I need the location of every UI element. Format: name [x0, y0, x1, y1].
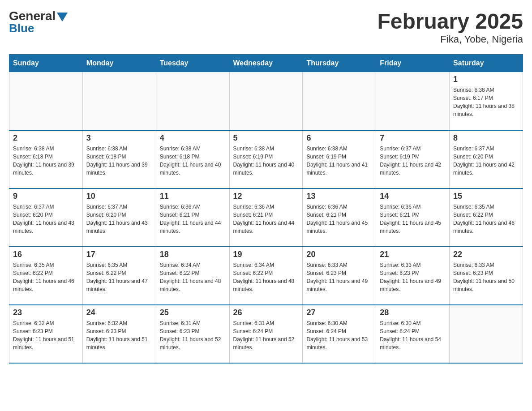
header-thursday: Thursday: [303, 55, 376, 72]
day-number: 10: [86, 192, 152, 201]
day-info: Sunrise: 6:32 AMSunset: 6:23 PMDaylight:…: [86, 319, 152, 351]
logo: General Blue: [9, 9, 68, 35]
calendar-cell: 4Sunrise: 6:38 AMSunset: 6:18 PMDaylight…: [156, 130, 229, 188]
day-info: Sunrise: 6:34 AMSunset: 6:22 PMDaylight:…: [233, 261, 299, 293]
calendar-cell: 5Sunrise: 6:38 AMSunset: 6:19 PMDaylight…: [229, 130, 303, 188]
day-info: Sunrise: 6:38 AMSunset: 6:19 PMDaylight:…: [306, 145, 372, 177]
day-info: Sunrise: 6:37 AMSunset: 6:20 PMDaylight:…: [453, 145, 519, 177]
calendar-header: Sunday Monday Tuesday Wednesday Thursday…: [9, 55, 523, 72]
day-info: Sunrise: 6:32 AMSunset: 6:23 PMDaylight:…: [13, 319, 79, 351]
day-info: Sunrise: 6:31 AMSunset: 6:23 PMDaylight:…: [160, 319, 226, 351]
day-number: 12: [233, 192, 299, 201]
day-info: Sunrise: 6:37 AMSunset: 6:20 PMDaylight:…: [86, 203, 152, 235]
title-area: February 2025 Fika, Yobe, Nigeria: [377, 9, 523, 45]
header-monday: Monday: [82, 55, 156, 72]
calendar-cell: 18Sunrise: 6:34 AMSunset: 6:22 PMDayligh…: [156, 247, 229, 305]
page-header: General Blue February 2025 Fika, Yobe, N…: [9, 9, 523, 45]
day-info: Sunrise: 6:30 AMSunset: 6:24 PMDaylight:…: [380, 319, 446, 351]
day-info: Sunrise: 6:38 AMSunset: 6:18 PMDaylight:…: [86, 145, 152, 177]
day-info: Sunrise: 6:31 AMSunset: 6:24 PMDaylight:…: [233, 319, 299, 351]
calendar-cell: 21Sunrise: 6:33 AMSunset: 6:23 PMDayligh…: [376, 247, 450, 305]
calendar-cell: 9Sunrise: 6:37 AMSunset: 6:20 PMDaylight…: [9, 188, 83, 247]
calendar-cell: 11Sunrise: 6:36 AMSunset: 6:21 PMDayligh…: [156, 188, 229, 247]
day-info: Sunrise: 6:36 AMSunset: 6:21 PMDaylight:…: [160, 203, 226, 235]
calendar-title: February 2025: [377, 9, 523, 34]
calendar-cell: 2Sunrise: 6:38 AMSunset: 6:18 PMDaylight…: [9, 130, 83, 188]
day-info: Sunrise: 6:35 AMSunset: 6:22 PMDaylight:…: [86, 261, 152, 293]
calendar-cell: 6Sunrise: 6:38 AMSunset: 6:19 PMDaylight…: [303, 130, 376, 188]
calendar-cell: 15Sunrise: 6:35 AMSunset: 6:22 PMDayligh…: [450, 188, 523, 247]
calendar-cell: [82, 72, 156, 130]
day-info: Sunrise: 6:35 AMSunset: 6:22 PMDaylight:…: [13, 261, 79, 293]
calendar-table: Sunday Monday Tuesday Wednesday Thursday…: [9, 54, 523, 364]
week-row-1: 1Sunrise: 6:38 AMSunset: 6:17 PMDaylight…: [9, 72, 523, 130]
day-number: 8: [453, 133, 519, 143]
day-number: 14: [380, 192, 446, 201]
header-tuesday: Tuesday: [156, 55, 229, 72]
day-info: Sunrise: 6:33 AMSunset: 6:23 PMDaylight:…: [453, 261, 519, 293]
calendar-body: 1Sunrise: 6:38 AMSunset: 6:17 PMDaylight…: [9, 72, 523, 363]
day-info: Sunrise: 6:36 AMSunset: 6:21 PMDaylight:…: [233, 203, 299, 235]
week-row-5: 23Sunrise: 6:32 AMSunset: 6:23 PMDayligh…: [9, 305, 523, 363]
calendar-cell: 20Sunrise: 6:33 AMSunset: 6:23 PMDayligh…: [303, 247, 376, 305]
day-number: 22: [453, 250, 519, 259]
day-info: Sunrise: 6:38 AMSunset: 6:18 PMDaylight:…: [13, 145, 79, 177]
calendar-cell: 19Sunrise: 6:34 AMSunset: 6:22 PMDayligh…: [229, 247, 303, 305]
calendar-cell: 8Sunrise: 6:37 AMSunset: 6:20 PMDaylight…: [450, 130, 523, 188]
day-number: 4: [160, 133, 226, 143]
header-sunday: Sunday: [9, 55, 83, 72]
day-number: 6: [306, 133, 372, 143]
calendar-cell: 17Sunrise: 6:35 AMSunset: 6:22 PMDayligh…: [82, 247, 156, 305]
day-info: Sunrise: 6:35 AMSunset: 6:22 PMDaylight:…: [453, 203, 519, 235]
day-info: Sunrise: 6:36 AMSunset: 6:21 PMDaylight:…: [380, 203, 446, 235]
header-wednesday: Wednesday: [229, 55, 303, 72]
day-number: 26: [233, 308, 299, 317]
day-number: 21: [380, 250, 446, 259]
day-number: 17: [86, 250, 152, 259]
calendar-cell: 3Sunrise: 6:38 AMSunset: 6:18 PMDaylight…: [82, 130, 156, 188]
day-number: 11: [160, 192, 226, 201]
day-number: 5: [233, 133, 299, 143]
week-row-3: 9Sunrise: 6:37 AMSunset: 6:20 PMDaylight…: [9, 188, 523, 247]
calendar-cell: [303, 72, 376, 130]
day-number: 9: [13, 192, 79, 201]
logo-text-blue: Blue: [9, 21, 34, 35]
calendar-cell: [156, 72, 229, 130]
day-number: 18: [160, 250, 226, 259]
day-number: 24: [86, 308, 152, 317]
calendar-cell: [450, 305, 523, 363]
calendar-cell: [229, 72, 303, 130]
calendar-cell: 7Sunrise: 6:37 AMSunset: 6:19 PMDaylight…: [376, 130, 450, 188]
calendar-cell: [9, 72, 83, 130]
calendar-cell: 25Sunrise: 6:31 AMSunset: 6:23 PMDayligh…: [156, 305, 229, 363]
day-info: Sunrise: 6:30 AMSunset: 6:24 PMDaylight:…: [306, 319, 372, 351]
day-info: Sunrise: 6:37 AMSunset: 6:20 PMDaylight:…: [13, 203, 79, 235]
day-number: 23: [13, 308, 79, 317]
calendar-cell: 10Sunrise: 6:37 AMSunset: 6:20 PMDayligh…: [82, 188, 156, 247]
day-number: 7: [380, 133, 446, 143]
day-info: Sunrise: 6:33 AMSunset: 6:23 PMDaylight:…: [306, 261, 372, 293]
day-number: 25: [160, 308, 226, 317]
day-number: 28: [380, 308, 446, 317]
calendar-cell: 24Sunrise: 6:32 AMSunset: 6:23 PMDayligh…: [82, 305, 156, 363]
day-number: 2: [13, 133, 79, 143]
calendar-cell: 13Sunrise: 6:36 AMSunset: 6:21 PMDayligh…: [303, 188, 376, 247]
calendar-cell: 28Sunrise: 6:30 AMSunset: 6:24 PMDayligh…: [376, 305, 450, 363]
day-info: Sunrise: 6:36 AMSunset: 6:21 PMDaylight:…: [306, 203, 372, 235]
day-info: Sunrise: 6:33 AMSunset: 6:23 PMDaylight:…: [380, 261, 446, 293]
calendar-cell: [376, 72, 450, 130]
day-info: Sunrise: 6:38 AMSunset: 6:17 PMDaylight:…: [453, 86, 519, 118]
day-info: Sunrise: 6:38 AMSunset: 6:19 PMDaylight:…: [233, 145, 299, 177]
day-number: 16: [13, 250, 79, 259]
day-number: 27: [306, 308, 372, 317]
calendar-subtitle: Fika, Yobe, Nigeria: [377, 34, 523, 45]
calendar-cell: 12Sunrise: 6:36 AMSunset: 6:21 PMDayligh…: [229, 188, 303, 247]
day-number: 15: [453, 192, 519, 201]
logo-triangle-icon: [57, 13, 68, 21]
day-number: 20: [306, 250, 372, 259]
days-of-week-row: Sunday Monday Tuesday Wednesday Thursday…: [9, 55, 523, 72]
calendar-cell: 26Sunrise: 6:31 AMSunset: 6:24 PMDayligh…: [229, 305, 303, 363]
calendar-cell: 14Sunrise: 6:36 AMSunset: 6:21 PMDayligh…: [376, 188, 450, 247]
calendar-cell: 22Sunrise: 6:33 AMSunset: 6:23 PMDayligh…: [450, 247, 523, 305]
calendar-cell: 27Sunrise: 6:30 AMSunset: 6:24 PMDayligh…: [303, 305, 376, 363]
